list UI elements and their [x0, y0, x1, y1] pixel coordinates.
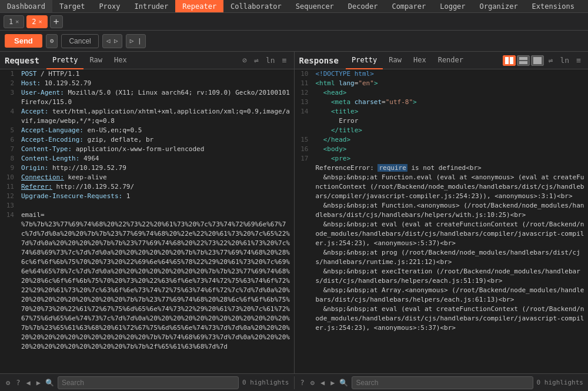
svg-rect-4: [533, 57, 542, 64]
bottom-right-next-icon[interactable]: ▶: [329, 377, 336, 388]
search-right-icon: 🔍: [339, 379, 348, 387]
nav-organizer[interactable]: Organizer: [473, 0, 525, 12]
table-row: 10 Connection: keep-alive: [0, 173, 294, 182]
bottom-prev-icon[interactable]: ◀: [25, 377, 31, 388]
request-tab-hex[interactable]: Hex: [108, 52, 133, 69]
table-row: 14 email=%7b%7b%23%77%69%74%68%20%22%73%…: [0, 210, 294, 352]
table-row: 4 Accept: text/html,application/xhtml+xm…: [0, 107, 294, 126]
search-left-icon: 🔍: [45, 379, 54, 387]
response-tabs: Pretty Raw Hex Render: [346, 52, 503, 69]
search-right-input[interactable]: [352, 376, 533, 389]
response-panel-header: Response Pretty Raw Hex Render: [295, 52, 589, 69]
nav-collaborator[interactable]: Collaborator: [223, 0, 289, 12]
nav-proxy[interactable]: Proxy: [92, 0, 127, 12]
nav-extensions[interactable]: Extensions: [525, 0, 582, 12]
toolbar: Send ⚙ Cancel ◁ ▷ ▷ |: [0, 31, 588, 52]
cancel-button[interactable]: Cancel: [61, 34, 98, 48]
layout-split-icon[interactable]: [503, 55, 516, 66]
table-row: &nbsp;&nbsp;at Array.<anonymous> (/root/…: [295, 286, 589, 305]
request-panel-icons: ⊘ ⇌ ln ≡: [240, 55, 289, 66]
tabs-bar: 1 ✕ 2 ✕ +: [0, 13, 588, 31]
table-row: 8 Content-Length: 4964: [0, 154, 294, 163]
tab-2-label: 2: [32, 18, 36, 26]
table-row: </title>: [295, 126, 589, 135]
table-row: 2 Host: 10.129.52.79: [0, 79, 294, 88]
request-code-area[interactable]: 1 POST / HTTP/1.1 2 Host: 10.129.52.79 3…: [0, 69, 294, 373]
response-ln-icon[interactable]: ln: [558, 55, 572, 66]
table-row: 12 Upgrade-Insecure-Requests: 1: [0, 192, 294, 201]
request-menu-icon[interactable]: ≡: [280, 55, 289, 66]
table-row: 11 <html lang="en">: [295, 79, 589, 88]
tab-1-close[interactable]: ✕: [15, 18, 19, 25]
request-wrap-icon[interactable]: ⇌: [252, 55, 261, 66]
table-row: Error: [295, 116, 589, 126]
bottom-right-settings-icon[interactable]: ⚙: [309, 377, 316, 388]
request-disable-icon[interactable]: ⊘: [240, 55, 249, 66]
response-tab-hex[interactable]: Hex: [407, 52, 432, 69]
bottom-right-prev-icon[interactable]: ◀: [319, 377, 326, 388]
response-tab-raw[interactable]: Raw: [383, 52, 407, 69]
request-tab-raw[interactable]: Raw: [83, 52, 108, 69]
svg-rect-0: [505, 57, 509, 64]
bottom-help-icon[interactable]: ?: [15, 377, 21, 388]
response-wrap-icon[interactable]: ⇌: [546, 55, 556, 66]
nav-sequencer[interactable]: Sequencer: [289, 0, 341, 12]
top-navigation: Dashboard Target Proxy Intruder Repeater…: [0, 0, 588, 13]
nav-target[interactable]: Target: [52, 0, 92, 12]
send-button[interactable]: Send: [5, 34, 42, 48]
request-tab-pretty[interactable]: Pretty: [46, 52, 83, 69]
nav-intruder[interactable]: Intruder: [128, 0, 176, 12]
response-tab-render[interactable]: Render: [432, 52, 469, 69]
bottom-right-help-icon[interactable]: ?: [299, 377, 306, 388]
add-tab-button[interactable]: +: [50, 15, 63, 28]
svg-rect-2: [519, 57, 527, 60]
nav-learn[interactable]: Learn: [582, 0, 588, 12]
bottom-next-icon[interactable]: ▶: [35, 377, 42, 388]
tab-2-close[interactable]: ✕: [39, 18, 42, 25]
table-row: 12 <head>: [295, 88, 589, 98]
highlights-right-badge: 0 highlights: [537, 379, 583, 386]
table-row: &nbsp;&nbsp;at eval (eval at createFunct…: [295, 305, 589, 333]
table-row: &nbsp;&nbsp;at eval (eval at createFunct…: [295, 220, 589, 248]
table-row: 6 Accept-Encoding: gzip, deflate, br: [0, 135, 294, 145]
table-row: 15 </head>: [295, 135, 589, 145]
response-code-area[interactable]: 10 <!DOCTYPE html> 11 <html lang="en"> 1…: [295, 69, 589, 373]
request-panel-header: Request Pretty Raw Hex ⊘ ⇌ ln ≡: [0, 52, 294, 69]
table-row: &nbsp;&nbsp;at Function.<anonymous> (/ro…: [295, 201, 589, 220]
nav-logger[interactable]: Logger: [433, 0, 472, 12]
nav-dashboard[interactable]: Dashboard: [0, 0, 52, 12]
table-row: &nbsp;&nbsp;at Function.eval (eval at <a…: [295, 173, 589, 201]
layout-single-icon[interactable]: [531, 55, 544, 66]
table-row: 3 User-Agent: Mozilla/5.0 (X11; Linux aa…: [0, 88, 294, 107]
layout-icons: [503, 55, 544, 66]
layout-vertical-icon[interactable]: [517, 55, 530, 66]
request-ln-icon[interactable]: ln: [263, 55, 278, 66]
request-panel: Request Pretty Raw Hex ⊘ ⇌ ln ≡ 1 POST /…: [0, 52, 295, 373]
table-row: ReferenceError: require is not defined<b…: [295, 163, 589, 173]
bottom-right: ? ⚙ ◀ ▶ 🔍 0 highlights: [295, 376, 589, 389]
svg-rect-3: [519, 61, 527, 64]
request-tabs: Pretty Raw Hex: [46, 52, 240, 69]
highlights-badge: 0 highlights: [242, 379, 289, 386]
response-menu-icon[interactable]: ≡: [574, 55, 583, 66]
forward-button[interactable]: ▷ |: [126, 34, 146, 48]
nav-repeater[interactable]: Repeater: [175, 0, 223, 12]
bottom-left: ⚙ ? ◀ ▶ 🔍 0 highlights: [0, 376, 295, 389]
table-row: &nbsp;&nbsp;at prog (/root/Backend/node_…: [295, 248, 589, 267]
response-panel-icons: ⇌ ln ≡: [503, 55, 583, 66]
bottom-settings-icon[interactable]: ⚙: [5, 377, 11, 388]
nav-decoder[interactable]: Decoder: [341, 0, 385, 12]
response-tab-pretty[interactable]: Pretty: [346, 52, 383, 69]
tab-1[interactable]: 1 ✕: [4, 15, 24, 28]
table-row: 16 <body>: [295, 145, 589, 154]
table-row: 14 <title>: [295, 107, 589, 116]
response-panel: Response Pretty Raw Hex Render: [295, 52, 589, 373]
search-left-input[interactable]: [58, 376, 239, 389]
tab-1-label: 1: [9, 18, 13, 26]
tab-2[interactable]: 2 ✕: [26, 15, 47, 28]
response-title: Response: [299, 56, 339, 65]
back-button[interactable]: ◁ ▷: [102, 34, 122, 48]
settings-button[interactable]: ⚙: [46, 34, 58, 48]
main-area: Request Pretty Raw Hex ⊘ ⇌ ln ≡ 1 POST /…: [0, 52, 588, 373]
nav-comparer[interactable]: Comparer: [385, 0, 433, 12]
